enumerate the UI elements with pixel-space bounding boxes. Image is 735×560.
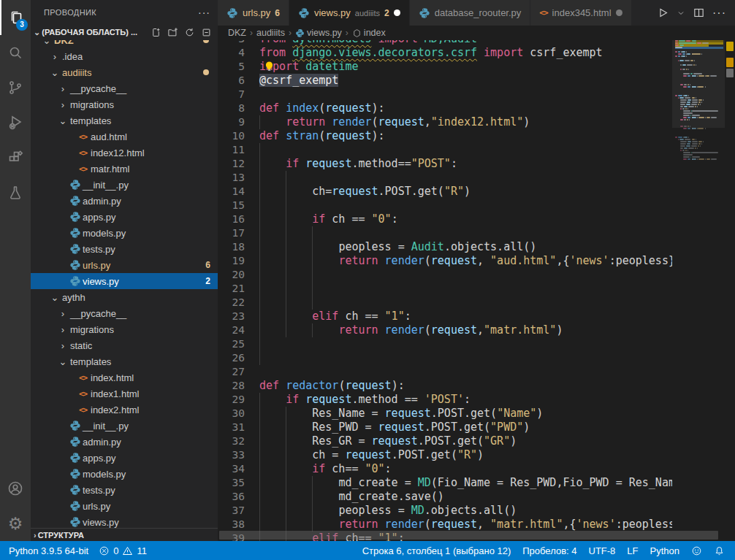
refresh-icon[interactable] bbox=[184, 27, 195, 38]
collapse-all-icon[interactable] bbox=[201, 27, 212, 38]
breadcrumb-dkz[interactable]: DKZ bbox=[228, 28, 246, 38]
tree-item-aud-html[interactable]: <>aud.html bbox=[31, 129, 218, 145]
code-line-10[interactable]: 10def stran(request): bbox=[218, 129, 672, 143]
status-encoding[interactable]: UTF-8 bbox=[589, 545, 616, 556]
code-line-33[interactable]: 33 ch = request.POST.get("R") bbox=[218, 448, 672, 462]
tree-item-tests-py[interactable]: tests.py bbox=[31, 482, 218, 498]
code-line-13[interactable]: 13 bbox=[218, 171, 672, 185]
tree-item-audiiits[interactable]: ⌄audiiits bbox=[31, 64, 218, 80]
tree-item-migrations[interactable]: ›migrations bbox=[31, 321, 218, 337]
tree-item--pycache-[interactable]: ›__pycache__ bbox=[31, 80, 218, 96]
code-line-22[interactable]: 22 bbox=[218, 296, 672, 310]
status-language[interactable]: Python bbox=[650, 545, 679, 556]
status-cursor-position[interactable]: Строка 6, столбец 1 (выбрано 12) bbox=[362, 545, 511, 556]
code-line-11[interactable]: 11 bbox=[218, 143, 672, 157]
run-button[interactable] bbox=[657, 7, 669, 19]
code-line-24[interactable]: 24 return render(request,"matr.html") bbox=[218, 323, 672, 337]
code-line-14[interactable]: 14 ch=request.POST.get("R") bbox=[218, 185, 672, 199]
code-line-31[interactable]: 31 Res_PWD = request.POST.get("PWD") bbox=[218, 421, 672, 434]
minimap[interactable] bbox=[672, 40, 725, 541]
code-line-3[interactable]: 3from aythh.models import MD,Audit bbox=[218, 40, 672, 46]
code-line-8[interactable]: 8def index(request): bbox=[218, 101, 672, 115]
code-line-35[interactable]: 35 md_create = MD(Fio_Name = Res_PWD,Fio… bbox=[218, 476, 672, 490]
code-line-6[interactable]: 6@csrf_exempt bbox=[218, 74, 672, 88]
breadcrumb-views-py[interactable]: views.py bbox=[295, 28, 342, 38]
code-line-19[interactable]: 19 return render(request, "aud.html",{'n… bbox=[218, 254, 672, 268]
tree-item-index2-html[interactable]: <>index2.html bbox=[31, 402, 218, 418]
new-file-icon[interactable] bbox=[151, 27, 161, 38]
tab-database-roouter-py[interactable]: database_roouter.py bbox=[410, 0, 531, 26]
code-line-5[interactable]: 5import datetime bbox=[218, 60, 672, 74]
code-line-4[interactable]: 4from django.views.decorators.csrf impor… bbox=[218, 46, 672, 60]
tree-item-views-py[interactable]: views.py bbox=[31, 514, 218, 528]
code-line-36[interactable]: 36 md_create.save() bbox=[218, 490, 672, 504]
tree-item-apps-py[interactable]: apps.py bbox=[31, 450, 218, 466]
activity-extensions[interactable] bbox=[0, 140, 31, 175]
status-python-interpreter[interactable]: Python 3.9.5 64-bit bbox=[9, 545, 88, 556]
tree-item--init-py[interactable]: __init__.py bbox=[31, 177, 218, 193]
tab-urls-py[interactable]: urls.py6 bbox=[218, 0, 289, 26]
code-line-25[interactable]: 25 bbox=[218, 337, 672, 351]
code-line-29[interactable]: 29 if request.method == 'POST': bbox=[218, 393, 672, 407]
tree-item-dkz[interactable]: ⌄DKZ bbox=[31, 40, 218, 48]
tree-item-admin-py[interactable]: admin.py bbox=[31, 434, 218, 450]
tree-item-index-html[interactable]: <>index.html bbox=[31, 369, 218, 386]
tree-item-admin-py[interactable]: admin.py bbox=[31, 193, 218, 209]
activity-source-control[interactable] bbox=[0, 70, 31, 105]
tab-index345-html[interactable]: <>index345.html bbox=[530, 0, 631, 26]
horizontal-scrollbar[interactable] bbox=[219, 531, 718, 540]
tree-item-urls-py[interactable]: urls.py bbox=[31, 498, 218, 514]
lightbulb-icon[interactable] bbox=[264, 61, 275, 76]
activity-search[interactable] bbox=[0, 35, 31, 70]
tree-item-models-py[interactable]: models.py bbox=[31, 225, 218, 241]
status-notifications[interactable] bbox=[714, 545, 725, 556]
tree-item--idea[interactable]: ›.idea bbox=[31, 48, 218, 64]
code-line-17[interactable]: 17 bbox=[218, 226, 672, 240]
code-line-20[interactable]: 20 bbox=[218, 268, 672, 282]
more-actions-button[interactable]: ··· bbox=[712, 7, 726, 20]
activity-explorer[interactable]: 3 bbox=[0, 0, 31, 35]
tree-item-aythh[interactable]: ⌄aythh bbox=[31, 289, 218, 305]
tree-item-matr-html[interactable]: <>matr.html bbox=[31, 161, 218, 177]
status-feedback[interactable] bbox=[691, 545, 702, 556]
code-line-15[interactable]: 15 bbox=[218, 199, 672, 212]
tree-item-tests-py[interactable]: tests.py bbox=[31, 241, 218, 257]
new-folder-icon[interactable] bbox=[167, 27, 178, 38]
status-problems[interactable]: 011 bbox=[99, 545, 147, 556]
code-line-7[interactable]: 7 bbox=[218, 88, 672, 101]
code-line-34[interactable]: 34 if ch== "0": bbox=[218, 462, 672, 476]
code-line-30[interactable]: 30 Res_Name = request.POST.get("Name") bbox=[218, 407, 672, 421]
code-line-32[interactable]: 32 Res_GR = request.POST.get("GR") bbox=[218, 434, 672, 448]
activity-accounts[interactable] bbox=[0, 471, 31, 506]
dirty-dot-icon[interactable] bbox=[616, 9, 622, 16]
tree-item-templates[interactable]: ⌄templates bbox=[31, 112, 218, 129]
code-line-9[interactable]: 9 return render(request,"index12.html") bbox=[218, 115, 672, 129]
breadcrumb[interactable]: DKZ›audiiits›views.py›index bbox=[218, 26, 735, 40]
breadcrumb-audiiits[interactable]: audiiits bbox=[256, 28, 285, 38]
tree-item-migrations[interactable]: ›migrations bbox=[31, 96, 218, 112]
tree-item-index1-html[interactable]: <>index1.html bbox=[31, 386, 218, 402]
activity-run-debug[interactable] bbox=[0, 105, 31, 140]
run-dropdown[interactable] bbox=[677, 9, 685, 18]
code-line-18[interactable]: 18 peopless = Audit.objects.all() bbox=[218, 240, 672, 254]
code-line-23[interactable]: 23 elif ch == "1": bbox=[218, 310, 672, 323]
activity-settings[interactable]: ⚙ bbox=[0, 506, 31, 541]
tree-item-urls-py[interactable]: urls.py6 bbox=[31, 257, 218, 273]
code-line-21[interactable]: 21 bbox=[218, 282, 672, 296]
code-editor[interactable]: 3from aythh.models import MD,Audit4from … bbox=[218, 40, 735, 541]
outline-section-header[interactable]: › СТРУКТУРА bbox=[31, 528, 218, 541]
tree-item--pycache-[interactable]: ›__pycache__ bbox=[31, 305, 218, 321]
code-line-26[interactable]: 26 bbox=[218, 351, 672, 365]
code-line-28[interactable]: 28def redactor(request): bbox=[218, 379, 672, 393]
tab-views-py[interactable]: views.pyaudiiits2 bbox=[289, 0, 410, 26]
activity-testing[interactable] bbox=[0, 175, 31, 210]
breadcrumb-index[interactable]: index bbox=[352, 28, 386, 38]
tree-item-views-py[interactable]: views.py2 bbox=[31, 273, 218, 289]
code-line-12[interactable]: 12 if request.method=="POST": bbox=[218, 157, 672, 171]
tree-item--init-py[interactable]: __init__.py bbox=[31, 418, 218, 434]
tree-item-index12-html[interactable]: <>index12.html bbox=[31, 145, 218, 161]
status-indentation[interactable]: Пробелов: 4 bbox=[522, 545, 576, 556]
code-line-38[interactable]: 38 return render(request, "matr.html",{'… bbox=[218, 518, 672, 532]
status-eol[interactable]: LF bbox=[627, 545, 638, 556]
workspace-section-header[interactable]: ⌄ (РАБОЧАЯ ОБЛАСТЬ) ... bbox=[31, 24, 218, 40]
